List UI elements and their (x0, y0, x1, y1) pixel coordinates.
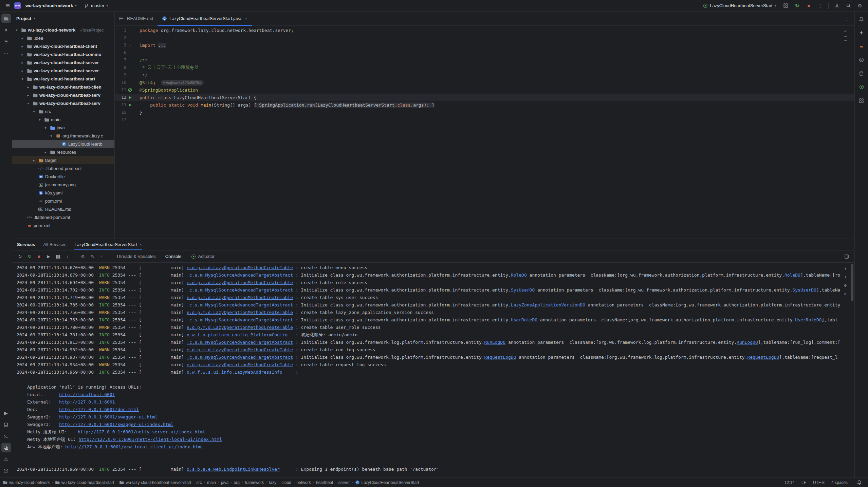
console-link[interactable]: e.d.p.m.d.LazyOperationMethodCreateTable (187, 362, 293, 367)
tree-item[interactable]: mpom.xml (12, 197, 114, 205)
console-link[interactable]: RunLogDO (737, 340, 758, 345)
breadcrumb-item[interactable]: server (338, 480, 350, 485)
console-link[interactable]: http://127.0.0.1:6001/doc.html (59, 407, 139, 412)
tree-item[interactable]: ▾src (12, 107, 114, 115)
maven-tool-button[interactable]: m (857, 41, 866, 51)
tree-item[interactable]: ▾wu-lazy-cloud-heartbeat-serv (12, 99, 114, 107)
services-tab[interactable]: LazyCloudHeartbeatServerStart× (74, 239, 142, 250)
line-separator[interactable]: LF (801, 480, 806, 485)
editor-tab-options-button[interactable]: ⋮ (842, 14, 852, 23)
database-right-button[interactable] (857, 69, 866, 78)
database-tool-button[interactable] (1, 420, 11, 429)
indent-style[interactable]: 4 spaces (831, 480, 848, 485)
caret-position[interactable]: 12:14 (784, 480, 795, 485)
tree-item[interactable]: Kk8s.yaml (12, 189, 114, 197)
branch-selector[interactable]: master ▾ (81, 2, 111, 9)
services-tool-button[interactable] (1, 443, 11, 452)
notifications-status-button[interactable] (854, 478, 864, 487)
console-link[interactable]: http://127.0.0.1:6001/netty-server-ui/in… (78, 429, 205, 434)
resume-button[interactable]: ▶ (44, 252, 53, 261)
console-link[interactable]: SysUserDO (792, 287, 816, 293)
tree-item[interactable]: CLazyCloudHeartb (12, 140, 114, 148)
breadcrumb-item[interactable]: main (207, 480, 216, 485)
collaborate-button[interactable] (832, 1, 842, 10)
console-link[interactable]: .c.s.m.MysqlSourceAdvancedTargetAbstract (187, 287, 293, 293)
notifications-button[interactable] (857, 14, 866, 24)
pause-button[interactable]: ▮▮ (54, 252, 62, 261)
console-link[interactable]: .c.s.m.MysqlSourceAdvancedTargetAbstract (187, 302, 293, 307)
rerun-button[interactable]: ↻ (792, 1, 802, 10)
help-button[interactable]: ? (1, 466, 11, 475)
console-link[interactable]: e.d.p.m.d.LazyOperationMethodCreateTable (187, 310, 293, 315)
console-link[interactable]: RequestLogDO (484, 355, 516, 360)
console-link[interactable]: .c.s.m.MysqlSourceAdvancedTargetAbstract (187, 317, 293, 322)
tree-item[interactable]: ▸.idea (12, 34, 114, 42)
tree-item[interactable]: ▸wu-lazy-cloud-heartbeat-server (12, 58, 114, 67)
editor[interactable]: 1package org.framework.lazy.cloud.networ… (115, 26, 854, 239)
clear-console-button[interactable]: × (842, 290, 849, 298)
breadcrumb-item[interactable]: wu-lazy-cloud-heartbeat-server-start (119, 480, 191, 485)
fold-chevron-icon[interactable]: › (126, 43, 134, 48)
breadcrumb-item[interactable]: lazy (269, 480, 276, 485)
tree-item[interactable]: ▸wu-lazy-cloud-heartbeat-server- (12, 67, 114, 75)
editor-tab[interactable]: README.md (115, 12, 158, 25)
file-encoding[interactable]: UTF-8 (813, 480, 825, 485)
close-icon[interactable]: × (245, 16, 247, 21)
settings-button[interactable]: ⚙ (855, 1, 865, 10)
tree-item[interactable]: ▾wu-lazy-cloud-heartbeat-start (12, 75, 114, 83)
console-link[interactable]: http://127.0.0.1:6001/netty-client-local… (78, 437, 222, 442)
project-tool-button[interactable] (1, 14, 11, 23)
console-link[interactable]: RequestLogDO (747, 355, 779, 360)
console-link[interactable]: e.d.p.m.d.LazyOperationMethodCreateTable (187, 347, 293, 352)
run-line-icon[interactable] (126, 96, 134, 99)
tab-threads-variables[interactable]: Threads & Variables (112, 250, 160, 262)
evaluate-button[interactable]: ✎ (88, 252, 97, 261)
more-actions-button[interactable]: ⋮ (815, 1, 825, 10)
rerun-button[interactable]: ↻ (16, 252, 24, 261)
tree-item[interactable]: ▾wu-lazy-cloud-network~/IdeaProjec (12, 26, 114, 34)
breadcrumb-item[interactable]: src (197, 480, 202, 485)
console-link[interactable]: e.d.p.m.d.LazyOperationMethodCreateTable (187, 265, 293, 270)
inspection-widget[interactable]: ✓ (844, 29, 847, 41)
tree-item[interactable]: README.md (12, 205, 114, 213)
layout-settings-button[interactable] (842, 252, 851, 261)
tree-item[interactable]: </>.flattened-pom.xml (12, 213, 114, 221)
breadcrumb-item[interactable]: heartbeat (316, 480, 333, 485)
tree-item[interactable]: ▸target (12, 156, 114, 164)
console-link[interactable]: e.d.p.m.d.LazyOperationMethodCreateTable (187, 325, 293, 330)
plugins-button[interactable] (857, 96, 866, 105)
scroll-to-end-button[interactable]: ↓ (842, 273, 849, 281)
run-tool-button[interactable]: ▶ (1, 408, 11, 418)
console-link[interactable]: RoleDO (784, 273, 800, 278)
project-selector[interactable]: wu-lazy-cloud-network ▾ (23, 2, 79, 9)
breadcrumb-item[interactable]: cloud (281, 480, 291, 485)
more-tools-button[interactable]: ⋯ (1, 48, 11, 58)
breadcrumb-item[interactable]: network (296, 480, 311, 485)
project-panel-header[interactable]: Project ▾ (12, 12, 114, 25)
run-line-icon[interactable] (126, 103, 134, 107)
run-config-selector[interactable]: LazyCloudHeartbeatServerStart ▾ (700, 2, 779, 9)
spring-tool-button[interactable] (857, 82, 866, 92)
terminal-tool-button[interactable] (1, 431, 11, 441)
console-link[interactable]: http://127.0.0.1:6001 (59, 399, 115, 405)
services-tab[interactable]: All Services (43, 239, 67, 250)
tree-item[interactable]: ▸wu-lazy-cloud-heartbeat-serv (12, 91, 114, 99)
main-menu-button[interactable] (3, 1, 12, 10)
tree-item[interactable]: ▸resources (12, 148, 114, 156)
run-console[interactable]: 2024-09-28T11:13:14.670+08:00 WARN 25354… (12, 263, 854, 477)
tree-item[interactable]: mpom.xml (12, 221, 114, 229)
tree-item[interactable]: ▸wu-lazy-cloud-heartbeat-clien (12, 83, 114, 91)
tool-windows-button[interactable] (781, 1, 790, 10)
console-link[interactable]: RoleDO (511, 273, 527, 278)
console-settings-button[interactable]: ⚙ (842, 282, 849, 289)
scroll-to-top-button[interactable]: ↑ (842, 265, 849, 272)
console-link[interactable]: http://localhost:6001 (59, 392, 115, 397)
breadcrumb-item[interactable]: framework (245, 480, 264, 485)
console-link[interactable]: http://127.0.0.1:6001/acw-local-client-u… (65, 444, 203, 449)
breadcrumb-item[interactable]: wu-lazy-cloud-network (3, 480, 50, 485)
tree-item[interactable]: ▾main (12, 115, 114, 124)
stop-button[interactable]: ■ (804, 1, 813, 10)
console-link[interactable]: LazyZoneApplicationVersionDO (511, 302, 585, 307)
console-link[interactable]: .c.s.m.MysqlSourceAdvancedTargetAbstract (187, 273, 293, 278)
more-options-button[interactable]: ⋮ (97, 252, 106, 261)
